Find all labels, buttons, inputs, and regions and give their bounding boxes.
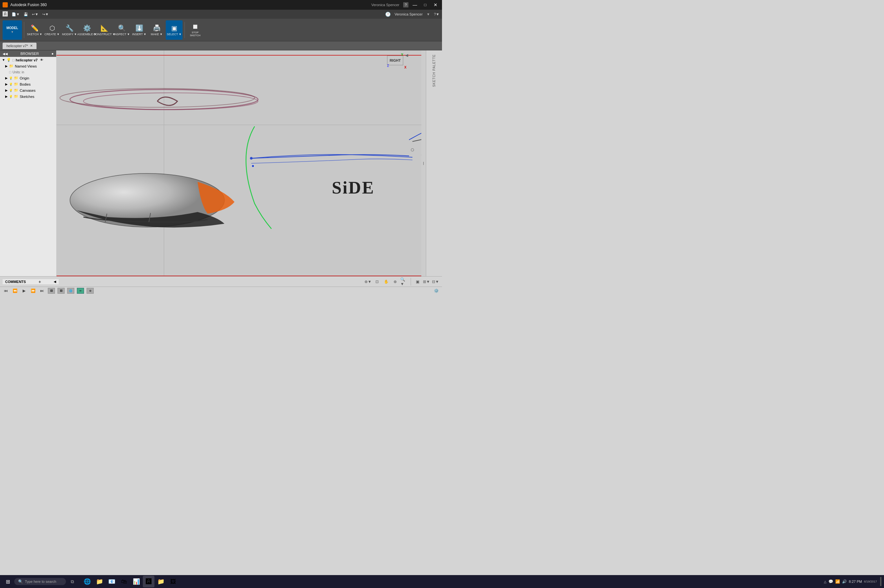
orbit-tool-btn[interactable]: ⊕	[391, 278, 399, 286]
browser-canvases[interactable]: ▶ 💡 📁 Canvases	[0, 87, 56, 93]
view-right-label: RIGHT	[390, 58, 401, 62]
mode-label: MODEL	[6, 26, 18, 30]
ribbon-assemble-btn[interactable]: ⚙️ ASSEMBLE▼	[78, 20, 95, 40]
ribbon-construct-btn[interactable]: 📐 CONSTRUCT▼	[96, 20, 113, 40]
project-visibility-icon[interactable]: 👁	[40, 58, 43, 62]
redo-btn[interactable]: ↪▼	[42, 12, 49, 16]
scroll-up-btn[interactable]: ◀	[405, 53, 408, 57]
frame-photo2-btn[interactable]: 🖼	[57, 288, 65, 294]
undo-btn[interactable]: ↩▼	[32, 12, 39, 16]
ribbon-modify-btn[interactable]: 🔧 MODIFY▼	[61, 20, 78, 40]
vertical-divider	[164, 50, 164, 276]
snap-tool-btn[interactable]: ⊕▼	[364, 278, 372, 286]
view-grid-btn[interactable]: ⊞▼	[423, 278, 430, 286]
origin-expand-icon: ▶	[5, 76, 8, 80]
sketches-expand-icon: ▶	[5, 94, 8, 98]
sidebar: ◀◀ BROWSER ● ▼ 💡 □ helicopter v7 👁 ▶ 📁 N…	[0, 50, 57, 276]
zoom-tool-btn[interactable]: 🔍▼	[400, 278, 408, 286]
insert-label: INSERT	[132, 33, 143, 36]
viewcube[interactable]: Y RIGHT Z X	[387, 53, 407, 72]
browser-named-views[interactable]: ▶ 📁 Named Views	[0, 63, 56, 69]
axis-y-label: Y	[401, 53, 403, 57]
browser-toggle-btn[interactable]: ●	[51, 52, 54, 56]
project-collapse-icon: ▼	[2, 58, 5, 62]
save-btn[interactable]: 💾	[24, 12, 28, 16]
sketch-border-top	[57, 55, 426, 56]
anim-play-btn[interactable]: ▶	[21, 288, 27, 294]
frame-photo-btn[interactable]: 🖼	[48, 288, 55, 294]
canvases-eye-icon: 💡	[9, 89, 13, 92]
pan-tool-btn[interactable]: ✋	[382, 278, 390, 286]
frame-settings-btn[interactable]: ⚙	[87, 288, 94, 294]
anim-next-btn[interactable]: ⏩	[30, 288, 36, 294]
bodies-expand-icon: ▶	[5, 82, 8, 86]
make-icon: 🖨️	[153, 24, 161, 32]
anim-go-start-btn[interactable]: ⏮	[3, 288, 9, 294]
frame-edit-btn[interactable]: ✏	[77, 288, 84, 294]
close-btn[interactable]: ✕	[432, 1, 440, 9]
assemble-label: ASSEMBLE	[77, 33, 93, 36]
axis-z-label: Z	[387, 64, 389, 68]
origin-eye-icon: 💡	[9, 76, 13, 80]
help-icon[interactable]: ?▼	[434, 12, 440, 16]
origin-folder-icon: 📁	[14, 76, 18, 80]
ribbon-create-btn[interactable]: ⬡ CREATE▼	[44, 20, 60, 40]
display-tool-btn[interactable]: ⊡	[373, 278, 381, 286]
ribbon-insert-btn[interactable]: ⬇️ INSERT▼	[131, 20, 148, 40]
maximize-btn[interactable]: □	[421, 1, 429, 9]
app-title: Autodesk Fusion 360	[11, 3, 47, 7]
ribbon-make-btn[interactable]: 🖨️ MAKE▼	[148, 20, 165, 40]
view-right-btn[interactable]: RIGHT	[387, 56, 403, 65]
comments-collapse-btn[interactable]: ◀	[54, 280, 56, 284]
history-btn[interactable]: 🕐	[385, 12, 391, 17]
inspect-icon: 🔍	[118, 24, 126, 32]
origin-label: Origin	[20, 76, 29, 80]
modify-icon: 🔧	[66, 24, 74, 32]
main-workspace: ◀◀ BROWSER ● ▼ 💡 □ helicopter v7 👁 ▶ 📁 N…	[0, 50, 442, 276]
make-label: MAKE	[151, 33, 159, 36]
anim-settings-btn[interactable]: ⚙️	[433, 288, 440, 294]
new-file-btn[interactable]: 📄▼	[12, 12, 20, 16]
ribbon-sep-1	[24, 22, 24, 38]
ribbon-sep-2	[185, 22, 185, 38]
inspect-label: INSPECT	[114, 33, 126, 36]
create-icon: ⬡	[50, 24, 55, 32]
anim-go-end-btn[interactable]: ⏭	[39, 288, 45, 294]
view-single-btn[interactable]: ▣	[414, 278, 421, 286]
tab-helicopter[interactable]: helicopter v7* ✕	[3, 43, 36, 49]
ribbon-sketch-btn[interactable]: ✏️ SKETCH▼	[26, 20, 43, 40]
ribbon-select-btn[interactable]: ▣ SELECT▼	[166, 20, 183, 40]
tabbar: helicopter v7* ✕	[0, 41, 442, 50]
ribbon-inspect-btn[interactable]: 🔍 INSPECT▼	[113, 20, 130, 40]
app-icon-small: 🅰	[3, 11, 8, 17]
sketch-overlay: SiDE	[57, 50, 426, 276]
bodies-folder-icon: 📁	[14, 82, 18, 86]
project-eye-icon: 💡	[6, 58, 11, 62]
comments-expand-btn[interactable]: +	[39, 279, 41, 284]
scrollbar-right[interactable]: │	[421, 50, 426, 276]
svg-point-3	[250, 157, 253, 160]
ribbon-stop-sketch-btn[interactable]: ⏹ STOP SKETCH	[187, 20, 204, 40]
browser-bodies[interactable]: ▶ 💡 📁 Bodies	[0, 81, 56, 87]
help-btn[interactable]: ?	[403, 2, 408, 8]
ribbon: MODEL ▼ ✏️ SKETCH▼ ⬡ CREATE▼ 🔧 MODIFY▼ ⚙…	[0, 19, 442, 41]
create-label: CREATE	[45, 33, 56, 36]
browser-sketches[interactable]: ▶ 💡 📁 Sketches	[0, 93, 56, 99]
insert-icon: ⬇️	[135, 24, 143, 32]
browser-project-root[interactable]: ▼ 💡 □ helicopter v7 👁	[0, 57, 56, 63]
tool-separator	[411, 278, 411, 286]
sketches-eye-icon: 💡	[9, 95, 13, 98]
construct-label: CONSTRUCT	[93, 33, 112, 36]
canvas-viewport[interactable]: SiDE Y RIGHT Z X ◀ │	[57, 50, 426, 276]
construct-icon: 📐	[101, 24, 108, 32]
frame-globe-btn[interactable]: 🌐	[67, 288, 74, 294]
minimize-btn[interactable]: —	[411, 1, 419, 9]
view-detail-btn[interactable]: ⊟▼	[432, 278, 440, 286]
axis-x-label: X	[404, 66, 407, 69]
tab-close-btn[interactable]: ✕	[30, 44, 33, 48]
sketch-label: SKETCH	[27, 33, 39, 36]
anim-prev-btn[interactable]: ⏪	[12, 288, 18, 294]
browser-origin[interactable]: ▶ 💡 📁 Origin	[0, 75, 56, 81]
browser-units: □ Units: in	[0, 69, 56, 75]
mode-model-btn[interactable]: MODEL ▼	[3, 20, 22, 40]
